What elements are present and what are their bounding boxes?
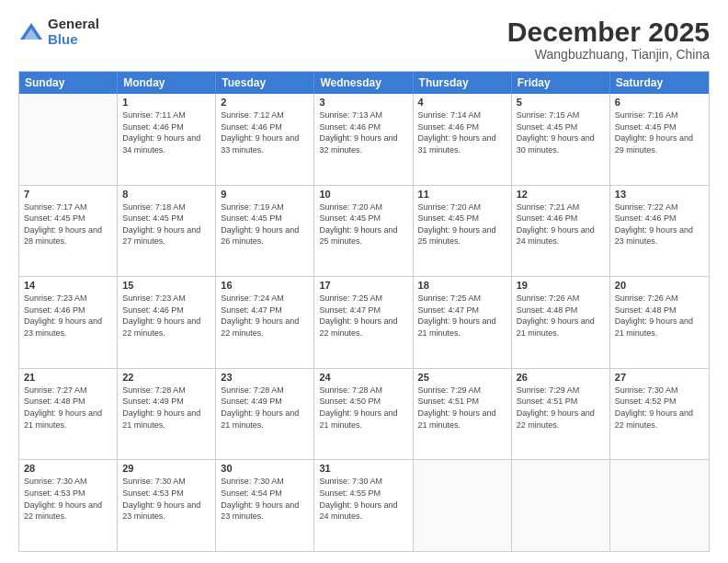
header-cell-tuesday: Tuesday	[216, 72, 314, 94]
logo-blue-label: Blue	[48, 32, 99, 48]
cal-cell: 6Sunrise: 7:16 AMSunset: 4:45 PMDaylight…	[610, 94, 709, 185]
cal-cell: 31Sunrise: 7:30 AMSunset: 4:55 PMDayligh…	[314, 460, 413, 551]
cell-info: Sunrise: 7:28 AMSunset: 4:49 PMDaylight:…	[122, 385, 210, 431]
day-number: 24	[319, 372, 407, 383]
cal-cell: 23Sunrise: 7:28 AMSunset: 4:49 PMDayligh…	[216, 369, 314, 460]
location: Wangbuzhuang, Tianjin, China	[507, 47, 710, 62]
calendar: SundayMondayTuesdayWednesdayThursdayFrid…	[18, 71, 710, 552]
cell-info: Sunrise: 7:30 AMSunset: 4:55 PMDaylight:…	[319, 476, 407, 522]
cal-cell: 20Sunrise: 7:26 AMSunset: 4:48 PMDayligh…	[610, 277, 709, 368]
header-cell-wednesday: Wednesday	[314, 72, 413, 94]
day-number: 19	[517, 280, 605, 291]
day-number: 20	[615, 280, 704, 291]
day-number: 9	[221, 189, 309, 200]
logo: General Blue	[18, 17, 99, 47]
cal-cell	[610, 460, 709, 551]
cell-info: Sunrise: 7:13 AMSunset: 4:46 PMDaylight:…	[319, 109, 407, 155]
cell-info: Sunrise: 7:24 AMSunset: 4:47 PMDaylight:…	[221, 293, 309, 339]
header-cell-thursday: Thursday	[414, 72, 512, 94]
day-number: 1	[122, 97, 210, 108]
header-cell-sunday: Sunday	[19, 72, 118, 94]
cell-info: Sunrise: 7:18 AMSunset: 4:45 PMDaylight:…	[122, 201, 210, 247]
cal-cell: 15Sunrise: 7:23 AMSunset: 4:46 PMDayligh…	[118, 277, 216, 368]
cal-cell: 30Sunrise: 7:30 AMSunset: 4:54 PMDayligh…	[216, 460, 314, 551]
week-row-5: 28Sunrise: 7:30 AMSunset: 4:53 PMDayligh…	[19, 459, 709, 551]
cell-info: Sunrise: 7:12 AMSunset: 4:46 PMDaylight:…	[221, 109, 309, 155]
day-number: 17	[319, 280, 407, 291]
cal-cell: 21Sunrise: 7:27 AMSunset: 4:48 PMDayligh…	[19, 369, 118, 460]
cell-info: Sunrise: 7:30 AMSunset: 4:53 PMDaylight:…	[24, 476, 112, 522]
cell-info: Sunrise: 7:22 AMSunset: 4:46 PMDaylight:…	[615, 201, 704, 247]
cell-info: Sunrise: 7:23 AMSunset: 4:46 PMDaylight:…	[24, 293, 112, 339]
week-row-4: 21Sunrise: 7:27 AMSunset: 4:48 PMDayligh…	[19, 368, 709, 460]
week-row-2: 7Sunrise: 7:17 AMSunset: 4:45 PMDaylight…	[19, 185, 709, 277]
day-number: 5	[517, 97, 605, 108]
cal-cell: 8Sunrise: 7:18 AMSunset: 4:45 PMDaylight…	[118, 186, 216, 277]
logo-general-label: General	[48, 17, 99, 32]
header-cell-monday: Monday	[118, 72, 216, 94]
day-number: 23	[221, 372, 309, 383]
cell-info: Sunrise: 7:23 AMSunset: 4:46 PMDaylight:…	[122, 293, 210, 339]
cell-info: Sunrise: 7:26 AMSunset: 4:48 PMDaylight:…	[615, 293, 704, 339]
cell-info: Sunrise: 7:30 AMSunset: 4:52 PMDaylight:…	[615, 385, 704, 431]
day-number: 13	[615, 189, 704, 200]
cell-info: Sunrise: 7:19 AMSunset: 4:45 PMDaylight:…	[221, 201, 309, 247]
cal-cell: 5Sunrise: 7:15 AMSunset: 4:45 PMDaylight…	[512, 94, 610, 185]
cal-cell: 1Sunrise: 7:11 AMSunset: 4:46 PMDaylight…	[118, 94, 216, 185]
page: General Blue December 2025 Wangbuzhuang,…	[0, 0, 728, 563]
cal-cell: 27Sunrise: 7:30 AMSunset: 4:52 PMDayligh…	[610, 369, 709, 460]
cal-cell: 12Sunrise: 7:21 AMSunset: 4:46 PMDayligh…	[512, 186, 610, 277]
cal-cell: 28Sunrise: 7:30 AMSunset: 4:53 PMDayligh…	[19, 460, 118, 551]
cell-info: Sunrise: 7:25 AMSunset: 4:47 PMDaylight:…	[319, 293, 407, 339]
cal-cell: 16Sunrise: 7:24 AMSunset: 4:47 PMDayligh…	[216, 277, 314, 368]
header-cell-friday: Friday	[512, 72, 610, 94]
calendar-header: SundayMondayTuesdayWednesdayThursdayFrid…	[19, 72, 709, 94]
cell-info: Sunrise: 7:20 AMSunset: 4:45 PMDaylight:…	[319, 201, 407, 247]
cal-cell: 29Sunrise: 7:30 AMSunset: 4:53 PMDayligh…	[118, 460, 216, 551]
cell-info: Sunrise: 7:16 AMSunset: 4:45 PMDaylight:…	[615, 109, 704, 155]
title-block: December 2025 Wangbuzhuang, Tianjin, Chi…	[507, 17, 710, 62]
day-number: 8	[122, 189, 210, 200]
day-number: 30	[221, 463, 309, 474]
day-number: 29	[122, 463, 210, 474]
cell-info: Sunrise: 7:28 AMSunset: 4:49 PMDaylight:…	[221, 385, 309, 431]
cell-info: Sunrise: 7:11 AMSunset: 4:46 PMDaylight:…	[122, 109, 210, 155]
day-number: 2	[221, 97, 309, 108]
cal-cell: 17Sunrise: 7:25 AMSunset: 4:47 PMDayligh…	[314, 277, 413, 368]
day-number: 25	[418, 372, 506, 383]
day-number: 15	[122, 280, 210, 291]
cell-info: Sunrise: 7:25 AMSunset: 4:47 PMDaylight:…	[418, 293, 506, 339]
cell-info: Sunrise: 7:30 AMSunset: 4:53 PMDaylight:…	[122, 476, 210, 522]
day-number: 28	[24, 463, 112, 474]
month-title: December 2025	[507, 17, 710, 47]
day-number: 18	[418, 280, 506, 291]
cal-cell: 25Sunrise: 7:29 AMSunset: 4:51 PMDayligh…	[414, 369, 512, 460]
cell-info: Sunrise: 7:14 AMSunset: 4:46 PMDaylight:…	[418, 109, 506, 155]
cell-info: Sunrise: 7:28 AMSunset: 4:50 PMDaylight:…	[319, 385, 407, 431]
cal-cell: 18Sunrise: 7:25 AMSunset: 4:47 PMDayligh…	[414, 277, 512, 368]
cell-info: Sunrise: 7:30 AMSunset: 4:54 PMDaylight:…	[221, 476, 309, 522]
logo-icon	[18, 19, 44, 45]
cal-cell: 13Sunrise: 7:22 AMSunset: 4:46 PMDayligh…	[610, 186, 709, 277]
day-number: 27	[615, 372, 704, 383]
cal-cell	[19, 94, 118, 185]
cell-info: Sunrise: 7:29 AMSunset: 4:51 PMDaylight:…	[418, 385, 506, 431]
day-number: 14	[24, 280, 112, 291]
day-number: 4	[418, 97, 506, 108]
day-number: 31	[319, 463, 407, 474]
day-number: 12	[517, 189, 605, 200]
header-cell-saturday: Saturday	[610, 72, 709, 94]
cal-cell: 19Sunrise: 7:26 AMSunset: 4:48 PMDayligh…	[512, 277, 610, 368]
cal-cell: 24Sunrise: 7:28 AMSunset: 4:50 PMDayligh…	[314, 369, 413, 460]
header: General Blue December 2025 Wangbuzhuang,…	[18, 17, 710, 62]
day-number: 10	[319, 189, 407, 200]
day-number: 3	[319, 97, 407, 108]
day-number: 11	[418, 189, 506, 200]
cell-info: Sunrise: 7:17 AMSunset: 4:45 PMDaylight:…	[24, 201, 112, 247]
cell-info: Sunrise: 7:20 AMSunset: 4:45 PMDaylight:…	[418, 201, 506, 247]
cal-cell: 26Sunrise: 7:29 AMSunset: 4:51 PMDayligh…	[512, 369, 610, 460]
cal-cell	[512, 460, 610, 551]
cal-cell: 2Sunrise: 7:12 AMSunset: 4:46 PMDaylight…	[216, 94, 314, 185]
cal-cell: 11Sunrise: 7:20 AMSunset: 4:45 PMDayligh…	[414, 186, 512, 277]
cal-cell: 4Sunrise: 7:14 AMSunset: 4:46 PMDaylight…	[414, 94, 512, 185]
